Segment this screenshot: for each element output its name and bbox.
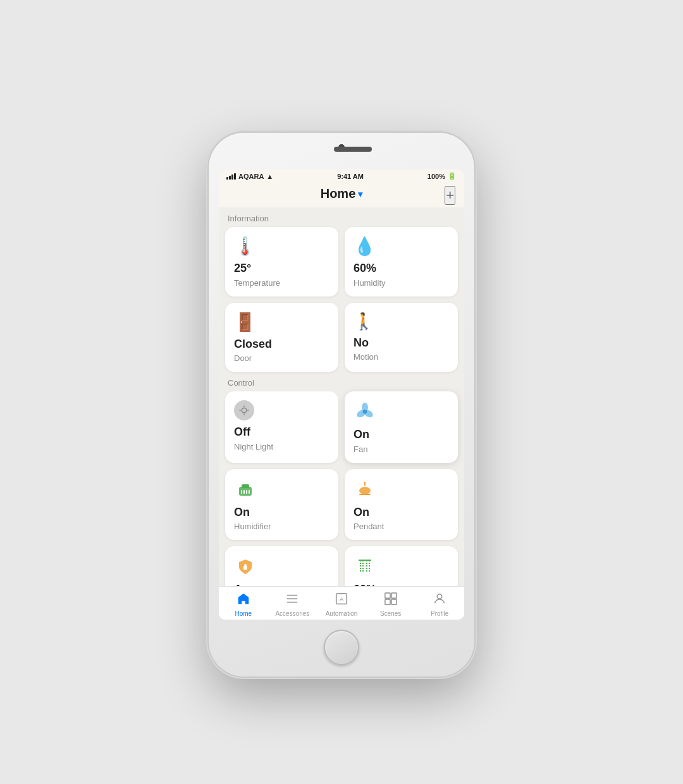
door-label: Door — [234, 353, 329, 363]
nav-home[interactable]: Home — [219, 592, 268, 617]
add-button[interactable]: + — [445, 186, 455, 205]
control-section-label: Control — [219, 372, 464, 391]
humidity-icon: 💧 — [354, 236, 449, 257]
app-content: Information 🌡️ 25° Temperature 💧 60% Hum… — [219, 207, 464, 586]
app-header: Home ▾ + — [219, 183, 464, 207]
svg-rect-10 — [242, 484, 249, 488]
home-title: Home — [321, 187, 356, 201]
fan-value: On — [354, 428, 449, 442]
carrier-name: AQARA — [238, 173, 264, 180]
pendant-label: Pendant — [354, 522, 449, 531]
svg-point-8 — [363, 410, 367, 414]
pendant-card[interactable]: On Pendant — [345, 469, 458, 541]
svg-point-0 — [242, 408, 247, 413]
motion-value: No — [354, 336, 449, 350]
humidifier-value: On — [234, 506, 329, 520]
svg-rect-39 — [385, 599, 390, 604]
temperature-value: 25° — [234, 262, 329, 276]
status-bar: AQARA ▲ 9:41 AM 100% 🔋 — [219, 169, 464, 183]
motion-card[interactable]: 🚶 No Motion — [345, 303, 458, 372]
nav-accessories[interactable]: Accessories — [268, 592, 317, 617]
pendant-value: On — [354, 506, 449, 520]
humidity-card[interactable]: 💧 60% Humidity — [345, 227, 458, 297]
fan-label: Fan — [354, 444, 449, 454]
phone-screen: AQARA ▲ 9:41 AM 100% 🔋 Home ▾ + — [219, 169, 464, 620]
battery-icon: 🔋 — [448, 172, 457, 180]
status-time: 9:41 AM — [337, 173, 364, 180]
nav-profile[interactable]: Profile — [415, 592, 464, 617]
phone-body: AQARA ▲ 9:41 AM 100% 🔋 Home ▾ + — [209, 133, 474, 677]
automation-nav-icon: A — [335, 592, 348, 609]
svg-rect-37 — [385, 593, 390, 598]
wifi-icon: ▲ — [266, 173, 273, 180]
door-card[interactable]: 🚪 Closed Door — [225, 303, 338, 372]
control-cards-grid: Off Night Light On — [219, 391, 464, 586]
profile-nav-icon — [433, 592, 446, 609]
status-left: AQARA ▲ — [226, 173, 273, 180]
motion-icon: 🚶 — [354, 312, 449, 331]
security-card[interactable]: Away Security System — [225, 546, 338, 586]
nav-scenes[interactable]: Scenes — [366, 592, 415, 617]
svg-rect-38 — [391, 593, 396, 598]
humidity-label: Humidity — [354, 278, 449, 288]
nav-accessories-label: Accessories — [275, 610, 309, 617]
information-cards-grid: 🌡️ 25° Temperature 💧 60% Humidity 🚪 Clos… — [219, 227, 464, 372]
home-button[interactable] — [324, 630, 359, 665]
humidity-value: 60% — [354, 262, 449, 276]
temperature-label: Temperature — [234, 278, 329, 288]
phone: AQARA ▲ 9:41 AM 100% 🔋 Home ▾ + — [209, 133, 474, 677]
temperature-icon: 🌡️ — [234, 236, 329, 257]
night-light-label: Night Light — [234, 442, 329, 451]
nav-scenes-label: Scenes — [380, 610, 401, 617]
fan-card[interactable]: On Fan — [345, 391, 458, 463]
svg-text:A: A — [340, 596, 344, 603]
nav-profile-label: Profile — [431, 610, 448, 617]
svg-point-19 — [244, 564, 247, 567]
temperature-card[interactable]: 🌡️ 25° Temperature — [225, 227, 338, 297]
bottom-nav: Home Accessories — [219, 586, 464, 620]
speaker — [334, 147, 372, 152]
status-right: 100% 🔋 — [428, 172, 457, 180]
door-icon: 🚪 — [234, 312, 329, 333]
door-value: Closed — [234, 338, 329, 352]
motion-label: Motion — [354, 352, 449, 362]
curtain-card[interactable]: 60% Curtain — [345, 546, 458, 586]
information-section-label: Information — [219, 207, 464, 227]
app-title: Home ▾ — [321, 187, 363, 201]
scenes-nav-icon — [384, 592, 398, 609]
chevron-down-icon[interactable]: ▾ — [358, 189, 362, 199]
humidifier-card[interactable]: On Humidifier — [225, 469, 338, 541]
signal-bars — [226, 173, 236, 180]
svg-point-16 — [359, 487, 371, 494]
battery-percent: 100% — [428, 173, 445, 180]
night-light-card[interactable]: Off Night Light — [225, 391, 338, 463]
svg-rect-40 — [391, 599, 396, 604]
svg-point-41 — [438, 594, 442, 599]
nav-automation[interactable]: A Automation — [317, 592, 366, 617]
home-nav-icon — [237, 592, 250, 609]
night-light-value: Off — [234, 426, 329, 439]
nav-automation-label: Automation — [326, 610, 358, 617]
nav-home-label: Home — [235, 610, 252, 617]
accessories-nav-icon — [285, 592, 299, 609]
humidifier-label: Humidifier — [234, 522, 329, 531]
